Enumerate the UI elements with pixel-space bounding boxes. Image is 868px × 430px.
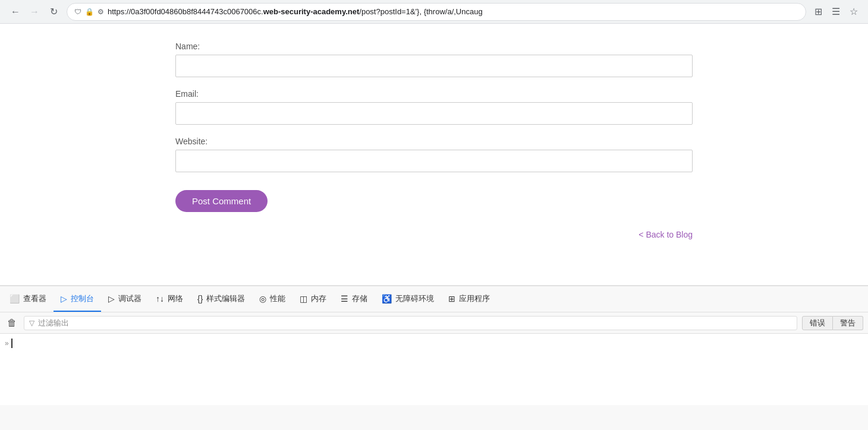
accessibility-icon: ♿ (382, 294, 392, 303)
inspector-tab-label: 查看器 (23, 293, 46, 304)
debugger-icon: ▷ (108, 294, 115, 303)
network-icon: ↑↓ (156, 294, 164, 303)
tab-performance[interactable]: ◎ 性能 (252, 286, 293, 312)
qr-icon[interactable]: ⊞ (811, 5, 825, 19)
tab-accessibility[interactable]: ♿ 无障碍环境 (375, 286, 441, 312)
star-icon[interactable]: ☆ (847, 5, 861, 19)
console-output-area: » (0, 334, 868, 405)
devtools-toolbar: 🗑 ▽ 过滤输出 错误 警告 (0, 312, 868, 334)
website-field-container: Website: (175, 137, 693, 172)
chrome-icons: ⊞ ☰ ☆ (811, 5, 861, 19)
storage-icon: ☰ (341, 294, 348, 303)
memory-icon: ◫ (300, 294, 307, 303)
name-input[interactable] (175, 55, 693, 77)
style-editor-tab-label: 样式编辑器 (206, 293, 245, 304)
website-label: Website: (175, 137, 693, 146)
text-cursor (11, 339, 12, 348)
url-display: https://0a3f00fd04860b8f8444743c0067006c… (108, 7, 798, 16)
browser-chrome: ← → ↻ 🛡 🔒 ⚙ https://0a3f00fd04860b8f8444… (0, 0, 868, 24)
url-prefix: https://0a3f00fd04860b8f8444743c0067006c… (108, 7, 263, 16)
tab-network[interactable]: ↑↓ 网络 (149, 286, 190, 312)
name-label: Name: (175, 42, 693, 51)
tab-memory[interactable]: ◫ 内存 (293, 286, 334, 312)
error-warning-buttons: 错误 警告 (802, 316, 863, 330)
shield-icon: 🛡 (74, 8, 81, 16)
post-comment-button[interactable]: Post Comment (175, 190, 268, 212)
reload-button[interactable]: ↻ (45, 4, 62, 20)
filter-label: 过滤输出 (38, 318, 69, 328)
tab-style-editor[interactable]: {} 样式编辑器 (190, 286, 252, 312)
console-cursor-line: » (5, 334, 863, 353)
clear-console-button[interactable]: 🗑 (5, 316, 19, 330)
expand-icon[interactable]: » (5, 339, 9, 347)
forward-button[interactable]: → (26, 4, 43, 20)
tab-console[interactable]: ▷ 控制台 (54, 286, 101, 312)
style-editor-icon: {} (197, 294, 203, 303)
errors-button[interactable]: 错误 (802, 316, 833, 330)
address-bar[interactable]: 🛡 🔒 ⚙ https://0a3f00fd04860b8f8444743c00… (67, 3, 806, 21)
memory-tab-label: 内存 (311, 293, 326, 304)
network-tab-label: 网络 (168, 293, 183, 304)
storage-tab-label: 存储 (352, 293, 367, 304)
back-button[interactable]: ← (7, 4, 24, 20)
main-content: Name: Email: Website: Post Comment < Bac… (0, 24, 868, 285)
url-domain: web-security-academy.net (263, 7, 360, 16)
email-label: Email: (175, 89, 693, 99)
back-to-blog-link[interactable]: < Back to Blog (175, 230, 693, 239)
nav-buttons: ← → ↻ (7, 4, 62, 20)
accessibility-tab-label: 无障碍环境 (395, 293, 434, 304)
tab-debugger[interactable]: ▷ 调试器 (101, 286, 149, 312)
performance-icon: ◎ (259, 294, 266, 303)
app-icon: ⊞ (448, 294, 455, 303)
email-field-container: Email: (175, 89, 693, 125)
filter-container[interactable]: ▽ 过滤输出 (24, 316, 797, 330)
bookmark-bar-icon[interactable]: ☰ (829, 5, 843, 19)
inspector-icon: ⬜ (10, 294, 20, 303)
performance-tab-label: 性能 (270, 293, 285, 304)
warnings-button[interactable]: 警告 (833, 316, 863, 330)
tab-storage[interactable]: ☰ 存储 (334, 286, 375, 312)
lock-icon: 🔒 (85, 8, 94, 16)
website-input[interactable] (175, 150, 693, 172)
adjust-icon: ⚙ (98, 8, 104, 16)
tab-app[interactable]: ⊞ 应用程序 (441, 286, 497, 312)
name-field-container: Name: (175, 42, 693, 77)
url-suffix: /post?postId=1&'}, {throw/a/,Uncaug (359, 7, 482, 16)
devtools-panel: ⬜ 查看器 ▷ 控制台 ▷ 调试器 ↑↓ 网络 {} 样式编辑器 ◎ 性能 ◫ … (0, 285, 868, 430)
filter-icon: ▽ (29, 319, 34, 327)
console-tab-label: 控制台 (71, 293, 94, 304)
tab-inspector[interactable]: ⬜ 查看器 (2, 286, 54, 312)
app-tab-label: 应用程序 (459, 293, 490, 304)
email-input[interactable] (175, 102, 693, 125)
debugger-tab-label: 调试器 (118, 293, 141, 304)
console-icon: ▷ (61, 294, 67, 303)
devtools-tabs-bar: ⬜ 查看器 ▷ 控制台 ▷ 调试器 ↑↓ 网络 {} 样式编辑器 ◎ 性能 ◫ … (0, 286, 868, 312)
comment-form: Name: Email: Website: Post Comment < Bac… (175, 42, 693, 239)
